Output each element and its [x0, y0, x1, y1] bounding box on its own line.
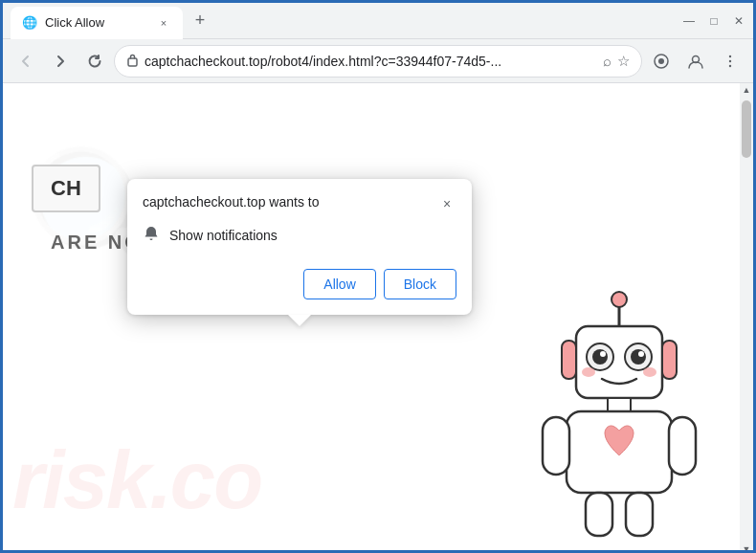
svg-rect-25: [626, 493, 653, 536]
scrollbar-up-button[interactable]: ▲: [740, 83, 753, 97]
tab-strip: 🌐 Click Allow × +: [11, 3, 675, 39]
svg-point-2: [658, 58, 664, 64]
window-controls: — □ ✕: [682, 14, 745, 28]
svg-rect-22: [562, 341, 576, 379]
svg-point-5: [729, 59, 731, 61]
popup-actions: Allow Block: [127, 261, 472, 315]
svg-point-12: [592, 349, 608, 365]
close-window-button[interactable]: ✕: [732, 14, 745, 28]
navbar: captchacheckout.top/robot4/index.html?c=…: [3, 39, 753, 83]
popup-tail: [288, 315, 311, 326]
svg-rect-21: [669, 417, 696, 475]
allow-button[interactable]: Allow: [303, 269, 375, 299]
scrollbar-down-button[interactable]: ▼: [740, 542, 753, 553]
address-bar[interactable]: captchacheckout.top/robot4/index.html?c=…: [114, 45, 642, 77]
svg-point-14: [600, 351, 606, 357]
tab-close-button[interactable]: ×: [156, 15, 171, 31]
tab-favicon: 🌐: [22, 15, 37, 31]
active-tab[interactable]: 🌐 Click Allow ×: [11, 7, 183, 39]
svg-point-6: [729, 64, 731, 66]
new-tab-button[interactable]: +: [187, 8, 213, 34]
popup-header: captchacheckout.top wants to ×: [127, 179, 472, 221]
svg-point-8: [611, 292, 627, 307]
scrollbar-track: [740, 97, 753, 542]
minimize-button[interactable]: —: [682, 14, 696, 28]
webpage-background: 🔍 CH ARE NOT A ROBOT. risk.co: [3, 83, 753, 553]
svg-point-17: [643, 367, 656, 377]
captcha-partial-box: CH: [32, 165, 100, 212]
svg-point-13: [631, 349, 646, 365]
svg-rect-23: [662, 341, 677, 379]
lock-icon: [126, 53, 139, 70]
url-text: captchacheckout.top/robot4/index.html?c=…: [145, 54, 597, 69]
forward-button[interactable]: [45, 46, 76, 77]
profile-button[interactable]: [680, 46, 711, 77]
svg-rect-18: [608, 398, 631, 411]
svg-rect-0: [128, 58, 137, 66]
maximize-button[interactable]: □: [707, 14, 721, 28]
scrollbar[interactable]: ▲ ▼: [740, 83, 753, 553]
nav-icons: [646, 46, 745, 77]
scrollbar-thumb[interactable]: [742, 100, 751, 158]
tab-label: Click Allow: [45, 15, 104, 30]
browser-content: 🔍 CH ARE NOT A ROBOT. risk.co: [3, 83, 753, 553]
search-icon: ⌕: [603, 53, 611, 69]
bookmark-icon[interactable]: ☆: [617, 53, 630, 70]
robot-illustration: [523, 288, 715, 546]
block-button[interactable]: Block: [384, 269, 456, 299]
reload-button[interactable]: [79, 46, 110, 77]
permission-popup: captchacheckout.top wants to × Show noti…: [127, 179, 472, 315]
menu-button[interactable]: [715, 46, 745, 77]
back-button[interactable]: [11, 46, 41, 77]
svg-point-4: [729, 55, 731, 56]
popup-permission-row: Show notifications: [127, 221, 472, 261]
downloads-icon[interactable]: [646, 46, 677, 77]
captcha-partial-text: CH: [51, 176, 81, 200]
svg-rect-24: [586, 493, 612, 536]
watermark-text: risk.co: [12, 433, 261, 527]
svg-point-16: [582, 367, 595, 377]
bell-icon: [143, 225, 160, 246]
permission-label: Show notifications: [169, 228, 278, 243]
popup-close-button[interactable]: ×: [437, 194, 456, 213]
popup-title: captchacheckout.top wants to: [143, 194, 319, 210]
svg-point-15: [638, 351, 644, 357]
titlebar: 🌐 Click Allow × + — □ ✕: [3, 3, 753, 39]
svg-rect-20: [543, 417, 569, 475]
